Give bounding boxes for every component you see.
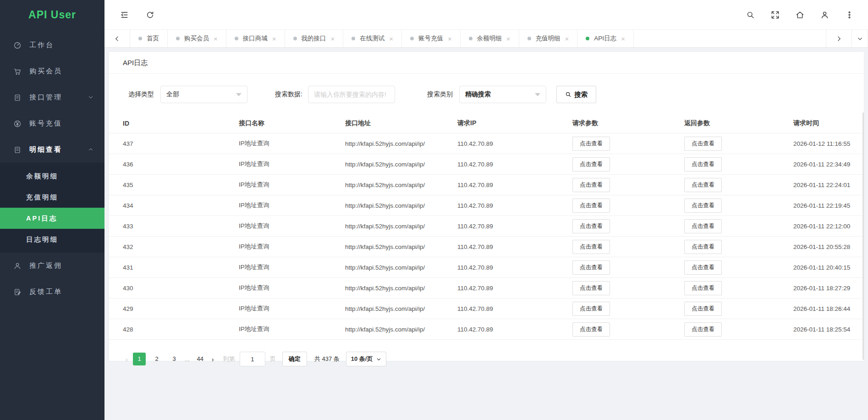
view-return-params-button[interactable]: 点击查看 [684, 260, 722, 275]
col-header-request-params: 请求参数 [572, 119, 684, 127]
cell-ip: 110.42.70.89 [457, 285, 572, 292]
sidebar-item-buy-membership[interactable]: 购买会员 [0, 58, 104, 84]
view-request-params-button[interactable]: 点击查看 [572, 322, 610, 337]
view-return-params-button[interactable]: 点击查看 [684, 281, 722, 295]
tabs-scroll-left-icon[interactable] [104, 30, 130, 47]
tabs-scroll-right-icon[interactable] [826, 30, 852, 47]
view-return-params-button[interactable]: 点击查看 [684, 302, 722, 316]
search-button[interactable]: 搜索 [556, 86, 596, 103]
cell-name: IP地址查询 [239, 181, 345, 189]
fullscreen-icon[interactable] [765, 5, 785, 24]
search-category-select[interactable]: 精确搜索 [459, 86, 546, 103]
tab-api-mall[interactable]: 接口商城 × [226, 30, 285, 47]
view-return-params-button[interactable]: 点击查看 [684, 199, 722, 213]
tabs: 首页 购买会员 × 接口商城 × 我的接口 × 在线测试 × 账号充值 × [130, 30, 634, 47]
topbar-right [741, 5, 859, 24]
tab-online-test[interactable]: 在线测试 × [343, 30, 402, 47]
cell-time: 2026-01-11 18:27:29 [793, 285, 864, 292]
user-icon[interactable] [815, 5, 834, 24]
page-next-icon[interactable]: › [209, 355, 217, 363]
page-size-value: 10 条/页 [351, 355, 373, 363]
goto-page-input[interactable] [240, 352, 265, 366]
page-size-select[interactable]: 10 条/页 [346, 352, 387, 366]
cell-ip: 110.42.70.89 [457, 140, 572, 147]
table-row: 435 IP地址查询 http://kfapi.52hyjs.com/api/i… [109, 175, 864, 195]
vertical-scrollbar[interactable] [863, 112, 864, 360]
view-return-params-button[interactable]: 点击查看 [684, 137, 722, 151]
search-icon[interactable] [741, 5, 760, 24]
page-number-last[interactable]: 44 [194, 353, 207, 365]
tab-label: 接口商城 [243, 34, 268, 43]
sidebar-item-promotion-rebate[interactable]: 推广返佣 [0, 253, 104, 279]
tab-close-icon[interactable]: × [621, 35, 625, 42]
tab-close-icon[interactable]: × [214, 35, 218, 42]
sidebar-item-balance-details[interactable]: 余额明细 [0, 166, 104, 187]
sidebar-item-api-log[interactable]: API日志 [0, 208, 104, 229]
view-return-params-button[interactable]: 点击查看 [684, 240, 722, 254]
tab-close-icon[interactable]: × [272, 35, 276, 42]
tab-close-icon[interactable]: × [389, 35, 393, 42]
tab-close-icon[interactable]: × [565, 35, 569, 42]
cell-time: 2026-01-11 20:40:15 [793, 264, 864, 271]
view-request-params-button[interactable]: 点击查看 [572, 281, 610, 295]
tab-recharge-details[interactable]: 充值明细 × [519, 30, 578, 47]
tab-dot [176, 37, 180, 40]
goto-page-label: 到第 [223, 355, 235, 363]
refresh-icon[interactable] [140, 5, 159, 24]
sidebar-submenu: 余额明细 充值明细 API日志 日志明细 [0, 163, 104, 253]
view-request-params-button[interactable]: 点击查看 [572, 302, 610, 316]
cell-name: IP地址查询 [239, 263, 345, 271]
view-request-params-button[interactable]: 点击查看 [572, 260, 610, 275]
cell-url: http://kfapi.52hyjs.com/api/ip/ [345, 243, 457, 250]
tab-dot [410, 37, 414, 40]
tab-account-recharge[interactable]: 账号充值 × [402, 30, 461, 47]
page-number-2[interactable]: 2 [150, 353, 163, 365]
view-request-params-button[interactable]: 点击查看 [572, 219, 610, 233]
view-request-params-button[interactable]: 点击查看 [572, 199, 610, 213]
sidebar-item-api-management[interactable]: 接口管理 [0, 84, 104, 111]
tab-my-api[interactable]: 我的接口 × [285, 30, 344, 47]
sidebar-item-account-recharge[interactable]: 账号充值 [0, 111, 104, 137]
page-number-1[interactable]: 1 [133, 353, 146, 365]
tab-close-icon[interactable]: × [506, 35, 511, 42]
tab-buy-membership[interactable]: 购买会员 × [168, 30, 226, 47]
ticket-icon [13, 287, 22, 297]
tab-label: 在线测试 [360, 34, 385, 43]
tab-label: 购买会员 [184, 34, 209, 43]
view-return-params-button[interactable]: 点击查看 [684, 219, 722, 233]
sidebar-item-recharge-details[interactable]: 充值明细 [0, 187, 104, 208]
view-return-params-button[interactable]: 点击查看 [684, 157, 722, 171]
cell-name: IP地址查询 [239, 284, 345, 292]
view-return-params-button[interactable]: 点击查看 [684, 322, 722, 337]
goto-confirm-button[interactable]: 确定 [282, 352, 307, 366]
sidebar-item-log-details[interactable]: 日志明细 [0, 229, 104, 250]
view-return-params-button[interactable]: 点击查看 [684, 178, 722, 192]
cell-ip: 110.42.70.89 [457, 264, 572, 271]
type-select-value: 全部 [166, 90, 179, 99]
tab-balance-details[interactable]: 余额明细 × [461, 30, 519, 47]
tab-dot [352, 37, 355, 40]
cell-id: 428 [123, 326, 239, 333]
sidebar-item-details-view[interactable]: 明细查看 [0, 137, 104, 163]
tab-close-icon[interactable]: × [448, 35, 452, 42]
cell-url: http://kfapi.52hyjs.com/api/ip/ [345, 326, 457, 333]
sidebar-item-workbench[interactable]: 工作台 [0, 32, 104, 58]
more-vertical-icon[interactable] [840, 5, 859, 24]
collapse-menu-icon[interactable] [115, 5, 134, 24]
tab-api-log[interactable]: API日志 × [577, 30, 634, 47]
home-icon[interactable] [790, 5, 809, 24]
sidebar-item-feedback-ticket[interactable]: 反馈工单 [0, 279, 104, 305]
tab-home[interactable]: 首页 [130, 30, 168, 47]
type-select[interactable]: 全部 [160, 86, 247, 103]
page-prev-icon[interactable]: ‹ [123, 355, 131, 363]
cart-icon [13, 67, 22, 76]
tabs-dropdown-icon[interactable] [852, 30, 868, 47]
view-request-params-button[interactable]: 点击查看 [572, 240, 610, 254]
view-request-params-button[interactable]: 点击查看 [572, 178, 610, 192]
view-request-params-button[interactable]: 点击查看 [572, 137, 610, 151]
tab-close-icon[interactable]: × [331, 35, 335, 42]
view-request-params-button[interactable]: 点击查看 [572, 157, 610, 171]
search-input[interactable] [308, 86, 395, 103]
page-number-3[interactable]: 3 [168, 353, 181, 365]
sidebar: API User 工作台 购买会员 接口管理 [0, 0, 104, 420]
